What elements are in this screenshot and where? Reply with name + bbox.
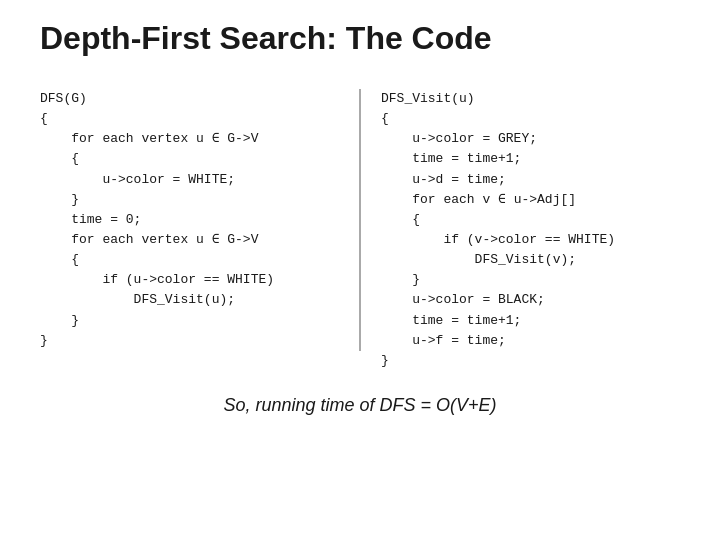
- left-line-2: {: [40, 149, 339, 169]
- right-line-6: if (v->color == WHITE): [381, 230, 680, 250]
- left-line-0: {: [40, 109, 339, 129]
- code-block-left: DFS(G) { for each vertex u ∈ G->V { u->c…: [40, 89, 361, 351]
- right-line-10: time = time+1;: [381, 311, 680, 331]
- right-line-5: {: [381, 210, 680, 230]
- right-line-11: u->f = time;: [381, 331, 680, 351]
- right-line-2: time = time+1;: [381, 149, 680, 169]
- left-line-7: {: [40, 250, 339, 270]
- left-header: DFS(G): [40, 89, 339, 109]
- left-line-5: time = 0;: [40, 210, 339, 230]
- slide-title: Depth-First Search: The Code: [40, 20, 680, 65]
- left-line-8: if (u->color == WHITE): [40, 270, 339, 290]
- left-line-11: }: [40, 331, 339, 351]
- right-line-8: }: [381, 270, 680, 290]
- right-line-7: DFS_Visit(v);: [381, 250, 680, 270]
- right-line-0: {: [381, 109, 680, 129]
- right-line-3: u->d = time;: [381, 170, 680, 190]
- slide: Depth-First Search: The Code DFS(G) { fo…: [0, 0, 720, 540]
- right-line-9: u->color = BLACK;: [381, 290, 680, 310]
- left-line-3: u->color = WHITE;: [40, 170, 339, 190]
- left-line-4: }: [40, 190, 339, 210]
- content-area: DFS(G) { for each vertex u ∈ G->V { u->c…: [40, 89, 680, 371]
- right-line-4: for each v ∈ u->Adj[]: [381, 190, 680, 210]
- left-line-10: }: [40, 311, 339, 331]
- left-line-1: for each vertex u ∈ G->V: [40, 129, 339, 149]
- right-line-12: }: [381, 351, 680, 371]
- left-line-6: for each vertex u ∈ G->V: [40, 230, 339, 250]
- footer-text: So, running time of DFS = O(V+E): [40, 395, 680, 416]
- right-header: DFS_Visit(u): [381, 89, 680, 109]
- right-line-1: u->color = GREY;: [381, 129, 680, 149]
- code-block-right: DFS_Visit(u) { u->color = GREY; time = t…: [361, 89, 680, 371]
- left-line-9: DFS_Visit(u);: [40, 290, 339, 310]
